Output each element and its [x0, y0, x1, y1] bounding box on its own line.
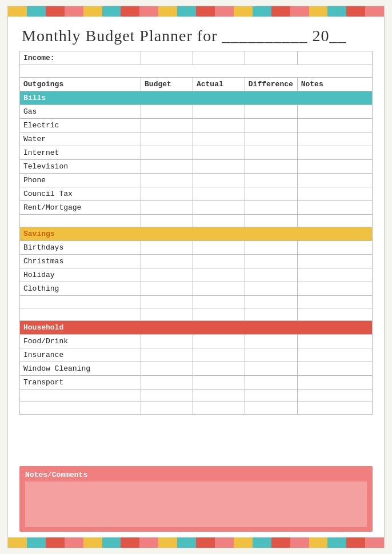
row-actual[interactable] — [193, 174, 245, 187]
income-notes[interactable] — [297, 51, 372, 65]
row-actual[interactable] — [193, 146, 245, 160]
row-notes[interactable] — [297, 376, 372, 390]
row-diff[interactable] — [245, 105, 297, 119]
table-row: Christmas — [20, 255, 373, 268]
row-actual[interactable] — [193, 255, 245, 268]
row-notes[interactable] — [297, 133, 372, 146]
row-diff[interactable] — [245, 119, 297, 133]
row-notes[interactable] — [297, 160, 372, 174]
row-notes[interactable] — [297, 201, 372, 215]
row-budget[interactable] — [141, 133, 193, 146]
header-outgoings: Outgoings — [20, 78, 141, 91]
bottom-bar — [8, 537, 384, 548]
row-diff[interactable] — [245, 241, 297, 255]
row-budget[interactable] — [141, 268, 193, 282]
row-diff[interactable] — [245, 362, 297, 376]
row-diff[interactable] — [245, 187, 297, 201]
row-actual[interactable] — [193, 160, 245, 174]
title-area: Monthly Budget Planner for __________ 20… — [8, 17, 384, 51]
row-label: Phone — [20, 174, 141, 187]
row-actual[interactable] — [193, 119, 245, 133]
bot-seg-13 — [234, 537, 253, 548]
row-notes[interactable] — [297, 282, 372, 296]
row-diff[interactable] — [245, 255, 297, 268]
row-actual[interactable] — [193, 201, 245, 215]
bot-seg-7 — [121, 537, 139, 548]
row-actual[interactable] — [193, 133, 245, 146]
row-notes[interactable] — [297, 348, 372, 362]
table-row: Insurance — [20, 348, 373, 362]
table-row: Holiday — [20, 268, 373, 282]
spacer-row — [20, 215, 373, 227]
row-diff[interactable] — [245, 146, 297, 160]
row-notes[interactable] — [297, 187, 372, 201]
row-budget[interactable] — [141, 362, 193, 376]
top-bar — [8, 6, 384, 17]
bot-seg-6 — [102, 537, 121, 548]
top-seg-7 — [121, 6, 139, 17]
income-row: Income: — [20, 51, 373, 65]
table-row: Transport — [20, 376, 373, 390]
row-notes[interactable] — [297, 241, 372, 255]
row-diff[interactable] — [245, 348, 297, 362]
row-actual[interactable] — [193, 268, 245, 282]
row-diff[interactable] — [245, 133, 297, 146]
row-notes[interactable] — [297, 255, 372, 268]
row-actual[interactable] — [193, 376, 245, 390]
row-notes[interactable] — [297, 174, 372, 187]
bot-seg-5 — [83, 537, 102, 548]
spacer-row — [20, 308, 373, 321]
row-label: Council Tax — [20, 187, 141, 201]
row-budget[interactable] — [141, 174, 193, 187]
row-budget[interactable] — [141, 201, 193, 215]
row-notes[interactable] — [297, 335, 372, 348]
row-diff[interactable] — [245, 268, 297, 282]
top-seg-13 — [234, 6, 253, 17]
row-budget[interactable] — [141, 255, 193, 268]
row-diff[interactable] — [245, 282, 297, 296]
row-diff[interactable] — [245, 160, 297, 174]
row-notes[interactable] — [297, 146, 372, 160]
income-diff[interactable] — [245, 51, 297, 65]
income-budget[interactable] — [141, 51, 193, 65]
row-budget[interactable] — [141, 187, 193, 201]
row-budget[interactable] — [141, 241, 193, 255]
table-row: Television — [20, 160, 373, 174]
table-row: Internet — [20, 146, 373, 160]
row-actual[interactable] — [193, 362, 245, 376]
income-label: Income: — [20, 51, 141, 65]
row-notes[interactable] — [297, 105, 372, 119]
row-label: Rent/Mortgage — [20, 201, 141, 215]
row-budget[interactable] — [141, 348, 193, 362]
row-budget[interactable] — [141, 119, 193, 133]
row-actual[interactable] — [193, 241, 245, 255]
row-diff[interactable] — [245, 174, 297, 187]
row-notes[interactable] — [297, 362, 372, 376]
top-seg-15 — [271, 6, 290, 17]
income-actual[interactable] — [193, 51, 245, 65]
top-seg-5 — [83, 6, 102, 17]
row-diff[interactable] — [245, 201, 297, 215]
row-notes[interactable] — [297, 268, 372, 282]
row-budget[interactable] — [141, 160, 193, 174]
top-seg-6 — [102, 6, 121, 17]
row-actual[interactable] — [193, 282, 245, 296]
bot-seg-8 — [139, 537, 158, 548]
row-actual[interactable] — [193, 187, 245, 201]
row-actual[interactable] — [193, 348, 245, 362]
row-budget[interactable] — [141, 335, 193, 348]
row-diff[interactable] — [245, 335, 297, 348]
row-notes[interactable] — [297, 119, 372, 133]
row-budget[interactable] — [141, 282, 193, 296]
notes-body[interactable] — [25, 481, 367, 527]
row-budget[interactable] — [141, 146, 193, 160]
row-actual[interactable] — [193, 335, 245, 348]
table-row: Food/Drink — [20, 335, 373, 348]
row-budget[interactable] — [141, 105, 193, 119]
row-budget[interactable] — [141, 376, 193, 390]
row-label: Transport — [20, 376, 141, 390]
row-diff[interactable] — [245, 376, 297, 390]
row-actual[interactable] — [193, 105, 245, 119]
spacer-row — [20, 296, 373, 308]
header-notes: Notes — [297, 78, 372, 91]
